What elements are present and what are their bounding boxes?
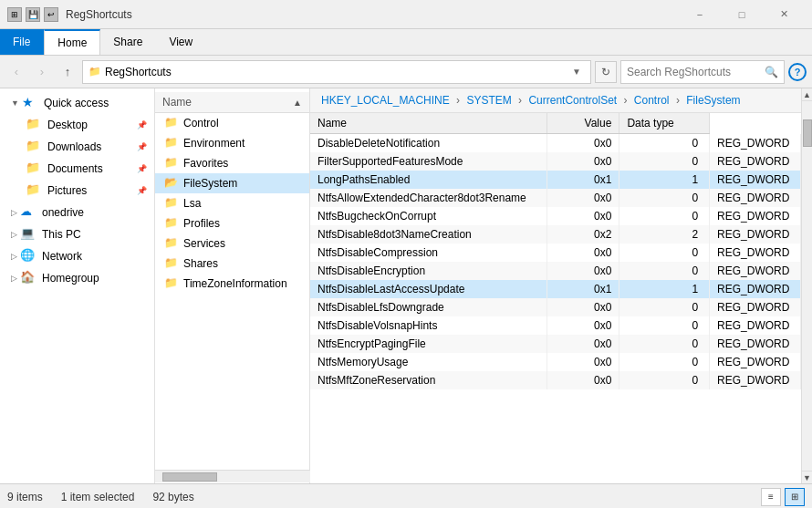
cell-datatype: REG_DWORD bbox=[710, 134, 801, 153]
vertical-scrollbar[interactable]: ▲ ▼ bbox=[801, 88, 812, 483]
tab-home[interactable]: Home bbox=[44, 29, 100, 55]
table-row[interactable]: DisableDeleteNotification0x00REG_DWORD bbox=[310, 134, 801, 153]
sidebar-item-onedrive[interactable]: ▷ ☁ onedrive bbox=[0, 202, 154, 223]
cell-datatype: REG_DWORD bbox=[710, 152, 801, 171]
nav-tree-collapse-icon[interactable]: ▲ bbox=[293, 98, 302, 108]
cell-name: NtfsDisableLfsDowngrade bbox=[310, 298, 547, 316]
up-button[interactable]: ↑ bbox=[57, 61, 78, 83]
table-row[interactable]: NtfsMemoryUsage0x00REG_DWORD bbox=[310, 353, 801, 371]
cell-value-num: 0 bbox=[619, 262, 710, 280]
cell-datatype: REG_DWORD bbox=[710, 225, 801, 244]
scroll-down-button[interactable]: ▼ bbox=[802, 471, 812, 483]
app-icon-undo: ↩ bbox=[44, 7, 58, 22]
nav-favorites-label: Favorites bbox=[183, 157, 228, 170]
search-icon: 🔍 bbox=[765, 66, 778, 78]
title-controls: − □ ✕ bbox=[679, 0, 805, 29]
table-row[interactable]: LongPathsEnabled0x11REG_DWORD bbox=[310, 171, 801, 189]
sidebar-item-homegroup[interactable]: ▷ 🏠 Homegroup bbox=[0, 267, 154, 289]
nav-item-shares[interactable]: 📁 Shares bbox=[155, 254, 309, 274]
sidebar-documents-label: Documents bbox=[47, 162, 103, 175]
view-list-button[interactable]: ≡ bbox=[761, 488, 781, 506]
sidebar-item-network[interactable]: ▷ 🌐 Network bbox=[0, 245, 154, 267]
back-button[interactable]: ‹ bbox=[5, 61, 27, 83]
nav-item-services[interactable]: 📁 Services bbox=[155, 233, 309, 254]
minimize-button[interactable]: − bbox=[679, 0, 721, 29]
window-title: RegShortcuts bbox=[66, 8, 679, 21]
cell-value-num: 0 bbox=[619, 316, 710, 335]
breadcrumb-control[interactable]: Control bbox=[634, 94, 670, 107]
desktop-pin-icon: 📌 bbox=[137, 120, 147, 130]
address-bar[interactable]: 📁 RegShortcuts ▼ bbox=[82, 60, 591, 84]
search-bar[interactable]: 🔍 bbox=[620, 60, 785, 84]
table-row[interactable]: NtfsEncryptPagingFile0x00REG_DWORD bbox=[310, 335, 801, 353]
app-icon-save: 💾 bbox=[26, 7, 40, 22]
homegroup-icon: 🏠 bbox=[20, 270, 36, 286]
search-input[interactable] bbox=[627, 66, 765, 78]
table-row[interactable]: NtfsAllowExtendedCharacter8dot3Rename0x0… bbox=[310, 189, 801, 207]
address-dropdown-arrow[interactable]: ▼ bbox=[572, 67, 581, 77]
breadcrumb-hklm[interactable]: HKEY_LOCAL_MACHINE bbox=[321, 94, 450, 107]
help-button[interactable]: ? bbox=[788, 63, 807, 81]
nav-item-lsa[interactable]: 📁 Lsa bbox=[155, 193, 309, 213]
cell-value: 0x0 bbox=[547, 316, 619, 335]
table-row[interactable]: NtfsDisableCompression0x00REG_DWORD bbox=[310, 244, 801, 262]
path-sep-1: › bbox=[456, 94, 460, 107]
refresh-button[interactable]: ↻ bbox=[595, 61, 617, 83]
nav-timezoneinfo-label: TimeZoneInformation bbox=[183, 277, 287, 290]
sidebar: ▼ ★ Quick access 📁 Desktop 📌 📁 Downloads… bbox=[0, 88, 155, 483]
sidebar-item-documents[interactable]: 📁 Documents 📌 bbox=[0, 158, 154, 180]
table-row[interactable]: NtfsDisableLastAccessUpdate0x11REG_DWORD bbox=[310, 280, 801, 298]
table-row[interactable]: NtfsDisableLfsDowngrade0x00REG_DWORD bbox=[310, 298, 801, 316]
scroll-thumb[interactable] bbox=[803, 119, 812, 147]
forward-button[interactable]: › bbox=[31, 61, 53, 83]
nav-item-environment[interactable]: 📁 Environment bbox=[155, 133, 309, 153]
nav-item-timezoneinfo[interactable]: 📁 TimeZoneInformation bbox=[155, 274, 309, 294]
cell-value: 0x0 bbox=[547, 262, 619, 280]
nav-lsa-label: Lsa bbox=[183, 197, 201, 210]
table-row[interactable]: NtfsDisableVolsnapHints0x00REG_DWORD bbox=[310, 316, 801, 335]
breadcrumb-currentcontrolset[interactable]: CurrentControlSet bbox=[528, 94, 617, 107]
nav-item-profiles[interactable]: 📁 Profiles bbox=[155, 213, 309, 233]
pictures-folder-icon: 📁 bbox=[26, 182, 42, 199]
breadcrumb-system[interactable]: SYSTEM bbox=[466, 94, 511, 107]
scroll-track[interactable] bbox=[802, 101, 812, 471]
table-row[interactable]: NtfsDisableEncryption0x00REG_DWORD bbox=[310, 262, 801, 280]
nav-item-control[interactable]: 📁 Control bbox=[155, 113, 309, 133]
cell-value: 0x0 bbox=[547, 371, 619, 389]
table-row[interactable]: FilterSupportedFeaturesMode0x00REG_DWORD bbox=[310, 152, 801, 171]
table-row[interactable]: NtfsBugcheckOnCorrupt0x00REG_DWORD bbox=[310, 207, 801, 225]
network-expand-icon: ▷ bbox=[11, 252, 17, 261]
nav-item-filesystem[interactable]: 📂 FileSystem bbox=[155, 173, 309, 193]
tab-file[interactable]: File bbox=[0, 29, 44, 55]
cell-value-num: 1 bbox=[619, 280, 710, 298]
main-layout: ▼ ★ Quick access 📁 Desktop 📌 📁 Downloads… bbox=[0, 88, 812, 483]
cell-value: 0x2 bbox=[547, 225, 619, 244]
sidebar-item-pictures[interactable]: 📁 Pictures 📌 bbox=[0, 180, 154, 202]
table-row[interactable]: NtfsDisable8dot3NameCreation0x22REG_DWOR… bbox=[310, 225, 801, 244]
nav-item-favorites[interactable]: 📁 Favorites bbox=[155, 153, 309, 173]
cell-value: 0x0 bbox=[547, 335, 619, 353]
breadcrumb-filesystem[interactable]: FileSystem bbox=[686, 94, 740, 107]
tab-view[interactable]: View bbox=[156, 29, 206, 55]
sidebar-item-downloads[interactable]: 📁 Downloads 📌 bbox=[0, 136, 154, 158]
cell-name: NtfsDisableCompression bbox=[310, 244, 547, 262]
maximize-button[interactable]: □ bbox=[721, 0, 763, 29]
table-row[interactable]: NtfsMftZoneReservation0x00REG_DWORD bbox=[310, 371, 801, 389]
downloads-pin-icon: 📌 bbox=[137, 142, 147, 151]
cell-datatype: REG_DWORD bbox=[710, 335, 801, 353]
sidebar-item-quick-access[interactable]: ▼ ★ Quick access bbox=[0, 92, 154, 114]
close-button[interactable]: ✕ bbox=[763, 0, 805, 29]
sidebar-item-desktop[interactable]: 📁 Desktop 📌 bbox=[0, 114, 154, 136]
view-details-button[interactable]: ⊞ bbox=[785, 488, 805, 506]
cell-value: 0x0 bbox=[547, 298, 619, 316]
cell-value: 0x1 bbox=[547, 171, 619, 189]
scroll-up-button[interactable]: ▲ bbox=[802, 88, 812, 101]
cell-value-num: 1 bbox=[619, 171, 710, 189]
quick-access-expand-icon: ▼ bbox=[11, 98, 19, 108]
sidebar-item-this-pc[interactable]: ▷ 💻 This PC bbox=[0, 223, 154, 245]
sidebar-this-pc-label: This PC bbox=[42, 228, 81, 241]
cell-name: NtfsDisableLastAccessUpdate bbox=[310, 280, 547, 298]
shares-folder-icon: 📁 bbox=[164, 256, 179, 271]
nav-control-label: Control bbox=[183, 117, 219, 130]
tab-share[interactable]: Share bbox=[100, 29, 156, 55]
